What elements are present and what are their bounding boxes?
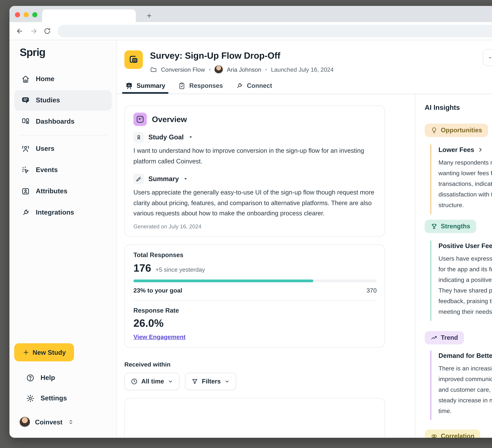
sidebar-item-attributes[interactable]: Attributes bbox=[14, 181, 112, 202]
insight-item: Demand for Better Communication There is… bbox=[430, 350, 492, 420]
clock-icon bbox=[131, 378, 138, 385]
overlapping-circles-icon bbox=[430, 433, 438, 438]
summary-label: Summary bbox=[148, 175, 179, 183]
sidebar-item-events[interactable]: Events bbox=[14, 160, 112, 180]
tab-connect[interactable]: Connect bbox=[235, 78, 273, 94]
meta-dot: • bbox=[265, 67, 267, 73]
workarea: Survey: Sign-Up Flow Drop-Off Conversion… bbox=[117, 40, 492, 438]
back-icon[interactable] bbox=[16, 27, 24, 35]
total-responses-label: Total Responses bbox=[133, 251, 376, 259]
new-tab-button[interactable] bbox=[144, 11, 154, 21]
sidebar-item-home[interactable]: Home bbox=[14, 69, 112, 89]
owner-avatar bbox=[215, 65, 223, 74]
pen-sparkle-icon bbox=[133, 174, 144, 184]
plus-icon bbox=[22, 349, 30, 356]
response-rate-value: 26.0% bbox=[133, 317, 376, 329]
sidebar-item-label: Events bbox=[36, 166, 58, 174]
badge-label: Correlation bbox=[441, 433, 474, 438]
sidebar-item-label: Integrations bbox=[36, 209, 74, 217]
folder-icon bbox=[150, 66, 157, 73]
workspace-avatar bbox=[20, 417, 30, 427]
browser-tabstrip bbox=[10, 6, 492, 22]
survey-type-icon bbox=[124, 50, 143, 69]
dashboards-icon bbox=[21, 117, 30, 126]
response-rate-label: Response Rate bbox=[133, 307, 376, 314]
sidebar-item-label: Studies bbox=[36, 96, 60, 104]
caret-down-icon[interactable] bbox=[188, 135, 193, 140]
insight-text: Many respondents mentioned wanting lower… bbox=[439, 157, 492, 210]
folder-name[interactable]: Conversion Flow bbox=[161, 66, 205, 73]
sidebar-item-dashboards[interactable]: Dashboards bbox=[14, 111, 112, 132]
gear-icon bbox=[26, 394, 35, 403]
caret-down-icon[interactable] bbox=[183, 176, 188, 181]
strengths-badge[interactable]: Strengths bbox=[425, 220, 476, 233]
browser-toolbar bbox=[10, 22, 492, 40]
page-header: Survey: Sign-Up Flow Drop-Off Conversion… bbox=[117, 40, 492, 94]
minimize-window-button[interactable] bbox=[24, 12, 29, 17]
sidebar-item-label: Attributes bbox=[36, 188, 67, 195]
app-root: Sprig Home Studies Dashboards bbox=[10, 40, 492, 438]
view-engagement-link[interactable]: View Engagement bbox=[133, 333, 185, 340]
summary-chart-icon bbox=[125, 82, 133, 90]
events-icon bbox=[21, 166, 30, 174]
traffic-lights bbox=[15, 12, 37, 17]
summary-content: Overview Study Goal I want to understand… bbox=[117, 94, 415, 438]
insight-title-row[interactable]: Lower Fees bbox=[439, 146, 492, 154]
forward-icon[interactable] bbox=[30, 27, 38, 35]
summary-text: Users appreciate the generally easy-to-u… bbox=[133, 188, 376, 219]
screen: Sprig Home Studies Dashboards bbox=[0, 0, 492, 448]
more-options-button[interactable] bbox=[483, 49, 492, 66]
sidebar-divider bbox=[19, 135, 107, 135]
sidebar-item-label: Help bbox=[41, 374, 55, 382]
filters-dropdown[interactable]: Filters bbox=[185, 373, 236, 390]
insight-text: There is an increasing demand for improv… bbox=[439, 363, 492, 416]
chevrons-up-down-icon bbox=[68, 419, 74, 425]
sidebar-item-studies[interactable]: Studies bbox=[14, 90, 112, 111]
goal-total: 370 bbox=[367, 287, 377, 294]
sprig-logo: Sprig bbox=[20, 46, 116, 59]
trend-badge[interactable]: Trend bbox=[425, 331, 464, 344]
trending-up-icon bbox=[430, 334, 438, 341]
study-goal-text: I want to understand how to improve conv… bbox=[133, 146, 376, 167]
reload-icon[interactable] bbox=[43, 27, 51, 35]
next-section-card bbox=[124, 398, 385, 438]
badge-label: Opportunities bbox=[441, 127, 482, 134]
tab-responses[interactable]: Responses bbox=[177, 78, 224, 94]
tab-summary[interactable]: Summary bbox=[124, 78, 166, 94]
sidebar-item-label: Home bbox=[36, 75, 54, 83]
url-bar[interactable] bbox=[57, 25, 492, 37]
new-study-button[interactable]: New Study bbox=[14, 343, 74, 361]
time-range-value: All time bbox=[141, 378, 164, 385]
responses-card: Total Responses 176 +5 since yesterday 2… bbox=[124, 244, 385, 347]
opportunities-badge[interactable]: Opportunities bbox=[425, 124, 488, 137]
insight-title: Lower Fees bbox=[439, 146, 474, 154]
sidebar: Sprig Home Studies Dashboards bbox=[10, 40, 117, 438]
funnel-icon bbox=[191, 378, 198, 385]
tab-label: Summary bbox=[137, 82, 165, 89]
sidebar-item-label: Dashboards bbox=[36, 118, 74, 125]
workspace-switcher[interactable]: Coinvest bbox=[14, 412, 112, 432]
trophy-icon bbox=[430, 223, 438, 230]
insight-title: Demand for Better Communication bbox=[439, 352, 492, 359]
sidebar-item-settings[interactable]: Settings bbox=[19, 388, 117, 409]
insight-item: Positive User Feedback Users have expres… bbox=[430, 240, 492, 321]
sidebar-item-users[interactable]: Users bbox=[14, 139, 112, 159]
maximize-window-button[interactable] bbox=[32, 12, 37, 17]
launched-date: Launched July 16, 2024 bbox=[271, 66, 334, 73]
insight-title-row[interactable]: Positive User Feedback bbox=[439, 242, 492, 250]
survey-tabs: Summary Responses Connect bbox=[124, 78, 273, 94]
users-icon bbox=[21, 145, 30, 153]
insight-title-row[interactable]: Demand for Better Communication bbox=[439, 352, 492, 359]
correlation-section-header: Correlation bbox=[425, 429, 492, 438]
insight-text: Users have expressed appreciation for th… bbox=[439, 253, 492, 317]
close-window-button[interactable] bbox=[15, 12, 20, 17]
medal-icon bbox=[133, 132, 144, 143]
correlation-badge[interactable]: Correlation bbox=[425, 429, 480, 438]
sidebar-item-integrations[interactable]: Integrations bbox=[14, 202, 112, 223]
trend-section-header: Trend bbox=[425, 331, 492, 344]
sidebar-item-help[interactable]: Help bbox=[19, 368, 117, 388]
new-study-label: New Study bbox=[32, 349, 66, 356]
time-range-dropdown[interactable]: All time bbox=[124, 373, 179, 390]
received-within-label: Received within bbox=[124, 361, 415, 368]
browser-tab[interactable] bbox=[42, 10, 136, 22]
